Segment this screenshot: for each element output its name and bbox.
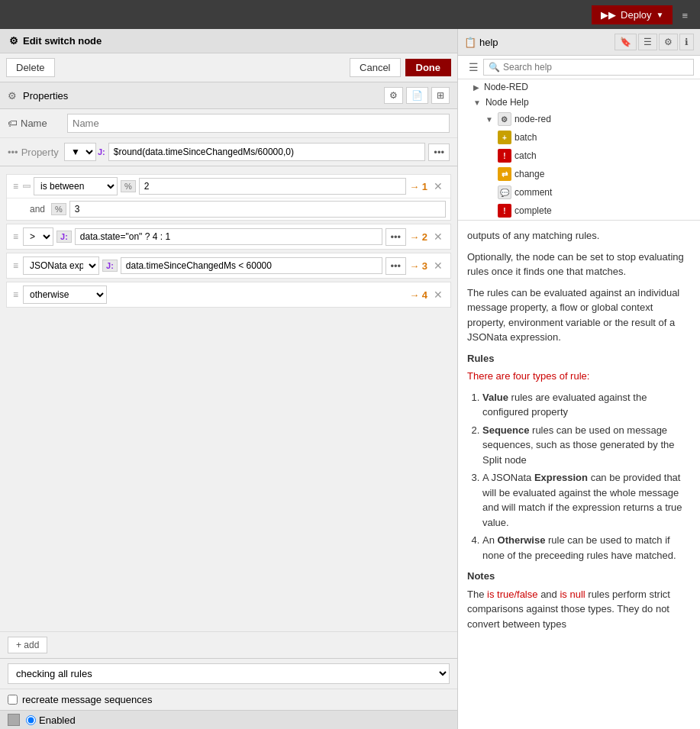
comment-icon: 💬: [498, 185, 511, 199]
recreate-checkbox[interactable]: [8, 695, 18, 705]
rule-2-dots-btn[interactable]: •••: [385, 228, 407, 246]
tag-icon: 🏷: [8, 118, 18, 129]
status-bar: Enabled: [0, 710, 457, 729]
notes-and: and: [540, 589, 560, 600]
rule-1-delete-button[interactable]: ✕: [431, 179, 446, 194]
change-icon: ⇄: [498, 167, 511, 181]
search-input[interactable]: [503, 62, 689, 73]
edit-panel: ⚙ Edit switch node Delete Cancel Done ⚙ …: [0, 29, 458, 729]
edit-panel-title: Edit switch node: [23, 35, 102, 47]
num-icon: %: [124, 182, 132, 191]
help-nav-list-btn[interactable]: ☰: [464, 60, 483, 75]
property-type-select[interactable]: ▼: [64, 143, 96, 161]
menu-button[interactable]: ≡: [676, 4, 694, 26]
help-panel: 📋 help 🔖 ☰ ⚙ ℹ ☰ 🔍 ▶ Node-RED: [458, 29, 700, 729]
notes-code1: is true/false: [487, 589, 537, 600]
recreate-row: recreate message sequences: [0, 689, 457, 710]
rule-1-bottom: and %: [7, 198, 450, 220]
tree-batch-label: batch: [515, 132, 537, 143]
help-info-btn[interactable]: ℹ: [679, 34, 694, 50]
edit-panel-icon: ⚙: [9, 35, 18, 47]
rule-1-value1-input[interactable]: [139, 178, 406, 195]
val-type-badge-2: %: [51, 203, 66, 215]
rule-1-value2-input[interactable]: [69, 201, 446, 218]
help-header: 📋 help 🔖 ☰ ⚙ ℹ: [458, 29, 700, 56]
list-item[interactable]: ⇄ change: [458, 165, 700, 183]
rules-section: ≡ is between % → 1 ✕ and %: [0, 166, 457, 631]
notes-code2: is null: [560, 589, 585, 600]
property-dots-btn[interactable]: •••: [428, 144, 450, 161]
list-item[interactable]: ! catch: [458, 147, 700, 165]
delete-button[interactable]: Delete: [6, 58, 55, 77]
properties-doc-btn[interactable]: 📄: [406, 87, 428, 104]
rule-2-type-badge: J:: [56, 231, 72, 243]
menu-icon: ≡: [682, 10, 688, 21]
list-item: A JSONata Expression can be provided tha…: [482, 470, 691, 530]
name-row: 🏷 Name: [0, 109, 457, 138]
rule-2-row: ≡ > J: ••• → 2 ✕: [7, 224, 450, 249]
status-icon-btn[interactable]: [8, 714, 20, 726]
jsonata-icon-3: J:: [106, 261, 114, 270]
deploy-button[interactable]: ▶▶ Deploy ▼: [592, 5, 673, 24]
tree-item-nodehelp[interactable]: ▼ Node Help: [458, 95, 700, 110]
drag-handle[interactable]: ≡: [11, 179, 20, 193]
rule-2-delete-button[interactable]: ✕: [431, 229, 446, 244]
recreate-label: recreate message sequences: [22, 694, 153, 705]
properties-header: ⚙ Properties ⚙ 📄 ⊞: [0, 82, 457, 109]
cancel-button[interactable]: Cancel: [350, 58, 400, 77]
chevron-right-icon: ▶: [473, 83, 479, 92]
rule-3-type-select[interactable]: JSONata exp: [23, 256, 99, 275]
and-label: and: [30, 204, 45, 215]
help-title: 📋 help: [464, 37, 611, 48]
topbar: ▶▶ Deploy ▼ ≡: [0, 0, 700, 29]
notes-pre: The: [467, 589, 487, 600]
rule-2-value-input[interactable]: [75, 228, 382, 245]
property-input[interactable]: [108, 143, 426, 161]
rule-3-row: ≡ JSONata exp J: ••• → 3 ✕: [7, 253, 450, 278]
help-tag-btn[interactable]: 🔖: [615, 34, 637, 50]
enabled-radio-input[interactable]: [26, 715, 36, 725]
tree-item-noderedsub[interactable]: ▼ ⚙ node-red: [458, 110, 700, 128]
list-item[interactable]: ! complete: [458, 202, 700, 220]
list-item: Sequence rules can be used on message se…: [482, 423, 691, 468]
rule-4-type-select[interactable]: otherwise: [23, 285, 107, 304]
help-list-btn[interactable]: ☰: [638, 34, 657, 50]
rules-heading: Rules: [467, 351, 691, 366]
property-type-dropdown[interactable]: ▼ J:: [64, 143, 105, 161]
batch-icon: +: [498, 131, 511, 144]
drag-handle-2[interactable]: ≡: [11, 230, 20, 244]
rule-3-dots-btn[interactable]: •••: [385, 257, 407, 275]
tree-item-noderedgroup[interactable]: ▶ Node-RED: [458, 79, 700, 95]
rule-3-delete-button[interactable]: ✕: [431, 258, 446, 273]
drag-handle-4[interactable]: ≡: [11, 288, 20, 302]
rule-1-type-select[interactable]: is between: [34, 177, 118, 195]
edit-panel-toolbar: Delete Cancel Done: [0, 53, 457, 82]
tree-catch-label: catch: [515, 150, 537, 161]
name-input[interactable]: [67, 114, 450, 133]
checking-rules-select[interactable]: checking all rules: [8, 663, 450, 684]
list-item[interactable]: 💬 comment: [458, 183, 700, 202]
rule-3-arrow: → 3: [409, 260, 427, 272]
rule-4-row: ≡ otherwise → 4 ✕: [7, 282, 450, 307]
help-settings-btn[interactable]: ⚙: [659, 34, 678, 50]
rule-2-type-select[interactable]: >: [23, 227, 53, 246]
properties-expand-btn[interactable]: ⊞: [431, 87, 450, 104]
complete-icon: !: [498, 204, 511, 218]
properties-gear-btn[interactable]: ⚙: [384, 87, 403, 104]
add-button[interactable]: + add: [8, 637, 47, 653]
add-row: + add: [0, 631, 457, 658]
notes-text: The is true/false and is null rules perf…: [467, 587, 691, 632]
search-icon: 🔍: [489, 62, 500, 73]
deploy-icon: ▶▶: [601, 9, 616, 21]
rule-4-delete-button[interactable]: ✕: [431, 287, 446, 302]
list-item[interactable]: + batch: [458, 128, 700, 147]
help-para2: Optionally, the node can be set to stop …: [467, 250, 691, 279]
drag-handle-3[interactable]: ≡: [11, 259, 20, 273]
tree-nodered-label: Node-RED: [484, 82, 528, 92]
rule-3-value-input[interactable]: [121, 257, 382, 274]
done-button[interactable]: Done: [405, 59, 452, 76]
main-content: ⚙ Edit switch node Delete Cancel Done ⚙ …: [0, 29, 700, 729]
rule-3-type-badge: J:: [102, 260, 118, 272]
property-row: ••• Property ▼ J: •••: [0, 138, 457, 166]
help-book-icon: 📋: [464, 37, 476, 48]
